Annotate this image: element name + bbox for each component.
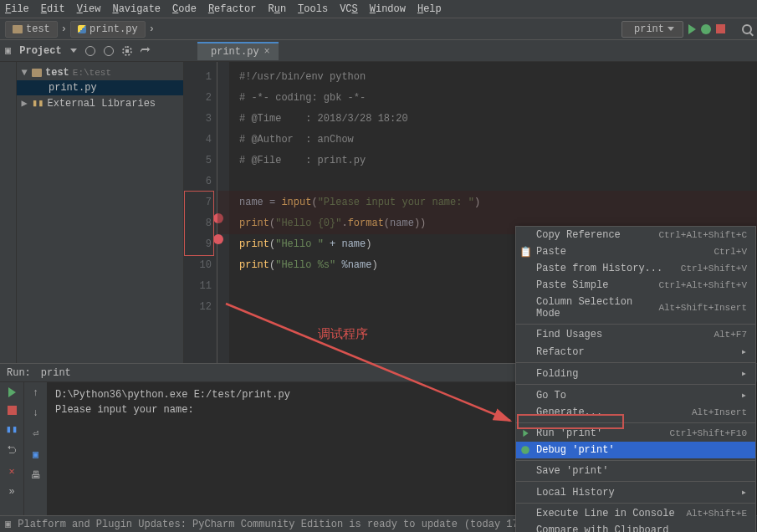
lib-icon: ▮▮ [32,97,43,110]
project-file[interactable]: print.py [17,80,183,95]
menu-file[interactable]: File [5,3,29,15]
menu-navigate[interactable]: Navigate [112,3,161,15]
pause-icon[interactable]: ▮▮ [6,423,18,436]
run-config-label: print [634,23,664,35]
ctx-item-label: Paste from History... [536,263,662,274]
project-file-label: print.py [49,82,97,94]
nav-toolbar: test › print.py › print [0,18,757,40]
external-libs-label: External Libraries [47,98,156,110]
expand-icon[interactable]: ▼ [20,67,28,79]
project-tree[interactable]: ▼ test E:\test print.py ▶ ▮▮ External Li… [17,62,184,363]
menu-vcs[interactable]: VCS [340,3,358,15]
stop-icon[interactable] [716,24,725,33]
scroll-icon[interactable]: ▣ [33,448,38,461]
ctx-item[interactable]: Save 'print' [516,463,755,479]
exit-icon[interactable]: ⮌ [7,444,17,457]
ctx-item[interactable]: 📋PasteCtrl+V [516,243,755,260]
menu-view[interactable]: View [77,3,101,15]
ctx-item[interactable]: Find UsagesAlt+F7 [516,326,755,343]
project-toolwindow-title: Project [19,45,61,57]
menu-window[interactable]: Window [370,3,406,15]
ctx-item-label: Execute Line in Console [536,508,675,519]
target-icon[interactable] [85,46,95,56]
ctx-item[interactable]: Compare with Clipboard [516,522,755,532]
breadcrumb-sep: › [149,23,155,35]
status-icon[interactable]: ▣ [5,518,11,530]
run-config-name: print [41,367,71,379]
debug-icon[interactable] [701,24,711,34]
ctx-item-label: Refactor [536,346,585,358]
wrap-icon[interactable]: ⏎ [33,427,38,440]
menu-run[interactable]: Run [269,3,287,15]
hide-icon[interactable]: ⮫ [141,44,151,57]
ctx-item-label: Find Usages [536,329,602,340]
run-config-selector[interactable]: print [621,21,683,38]
expand-icon[interactable]: ▶ [20,97,28,110]
ctx-item-label: Local History [536,487,615,499]
run-tools-col: ▮▮ ⮌ ✕ » [0,382,23,515]
ctx-item[interactable]: Folding▸ [516,365,755,382]
ctx-item-label: Compare with Clipboard [536,524,668,532]
close-icon[interactable]: ✕ [8,465,14,478]
run-subtools-col: ↑ ↓ ⏎ ▣ 🖶 [23,382,47,515]
project-toggle-icon[interactable]: ▣ [5,44,11,57]
editor-tab[interactable]: print.py × [197,42,279,60]
project-root-path: E:\test [73,68,111,78]
search-icon[interactable] [742,24,752,34]
ctx-item[interactable]: Copy ReferenceCtrl+Alt+Shift+C [516,227,755,243]
folder-icon [13,25,23,33]
breadcrumb-folder[interactable]: test [5,21,58,38]
ctx-item[interactable]: Paste SimpleCtrl+Alt+Shift+V [516,277,755,294]
breakpoint-icon[interactable] [213,213,223,223]
ctx-item[interactable]: Execute Line in ConsoleAlt+Shift+E [516,505,755,522]
ctx-item-label: Debug 'print' [536,444,615,456]
project-root-label: test [45,67,69,79]
folder-icon [32,69,42,77]
external-libs[interactable]: ▶ ▮▮ External Libraries [17,95,183,111]
ctx-item[interactable]: Generate...Alt+Insert [516,404,755,421]
menu-refactor[interactable]: Refactor [208,3,257,15]
more-icon[interactable]: » [8,486,14,498]
breadcrumb-file-label: print.py [90,23,138,35]
ctx-item-label: Column Selection Mode [536,296,658,320]
left-gutter [0,62,17,363]
menu-help[interactable]: Help [417,3,442,15]
breadcrumb-folder-label: test [26,23,50,35]
ctx-item[interactable]: Paste from History...Ctrl+Shift+V [516,260,755,277]
ctx-item[interactable]: Refactor▸ [516,343,755,361]
ctx-item[interactable]: Local History▸ [516,483,755,501]
gear-icon[interactable] [122,46,132,56]
ctx-item-label: Go To [536,390,566,402]
collapse-icon[interactable] [104,46,114,56]
ctx-item[interactable]: Debug 'print' [516,442,755,458]
close-icon[interactable]: × [264,46,270,58]
line-numbers: 123456 7 8 9 101112 [184,62,217,363]
breadcrumb-file[interactable]: print.py [70,21,146,38]
fold-gutter[interactable] [217,62,229,363]
ctx-item-label: Paste Simple [536,279,608,291]
ctx-item-label: Folding [536,368,578,380]
rerun-icon[interactable] [8,387,16,397]
run-icon[interactable] [688,24,696,34]
chevron-down-icon[interactable] [70,49,77,53]
ctx-item-label: Save 'print' [536,465,608,477]
annotation-text: 调试程序 [318,326,368,342]
status-message: Platform and Plugin Updates: PyCharm Com… [18,519,458,530]
ctx-item[interactable]: Column Selection ModeAlt+Shift+Insert [516,294,755,322]
menu-code[interactable]: Code [172,3,197,15]
stop-icon[interactable] [8,406,17,415]
project-root[interactable]: ▼ test E:\test [17,65,183,80]
ctx-item-label: Copy Reference [536,229,621,241]
menu-tools[interactable]: Tools [298,3,328,15]
breakpoint-icon[interactable] [213,234,223,244]
ctx-item-label: Generate... [536,407,602,418]
ctx-item[interactable]: Run 'print'Ctrl+Shift+F10 [516,425,755,442]
print-icon[interactable]: 🖶 [31,469,41,482]
menu-bar: File Edit View Navigate Code Refactor Ru… [0,0,757,18]
menu-edit[interactable]: Edit [41,3,65,15]
chevron-down-icon [667,27,674,31]
down-icon[interactable]: ↓ [33,407,38,419]
up-icon[interactable]: ↑ [33,387,38,399]
ctx-item[interactable]: Go To▸ [516,386,755,404]
ctx-item-label: Paste [536,246,566,258]
